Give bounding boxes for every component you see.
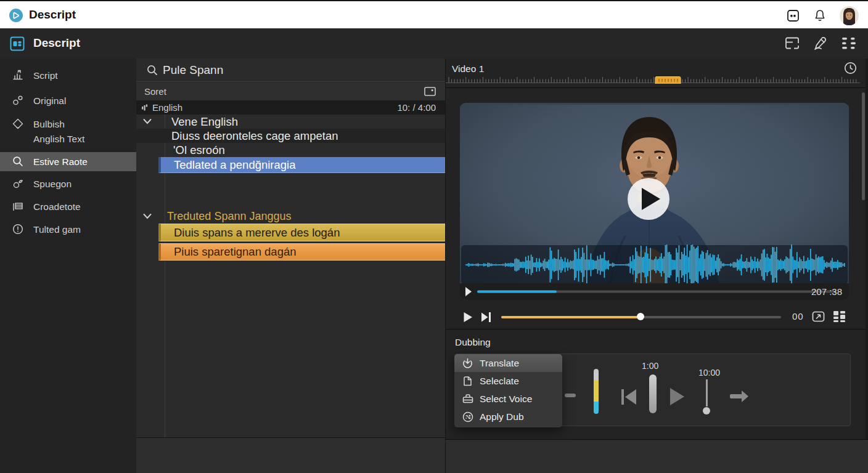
svg-text:207 :38: 207 :38 — [811, 286, 842, 297]
